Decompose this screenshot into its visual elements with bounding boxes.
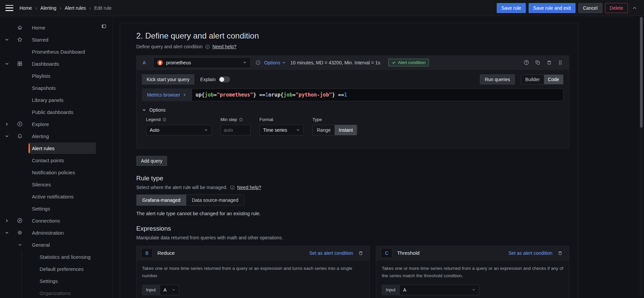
add-query-button[interactable]: Add query: [136, 156, 167, 166]
breadcrumb-alerting[interactable]: Alerting: [40, 5, 56, 11]
page-scrollbar[interactable]: [640, 16, 643, 298]
promql-token-plain: } ==: [253, 92, 265, 98]
promql-token-plain: up{: [196, 92, 205, 98]
legend-option: Legend Auto: [146, 117, 212, 135]
sidebar-item-home[interactable]: Home: [0, 21, 113, 34]
chevron-down-icon: [282, 61, 286, 65]
sidebar-item-label: Default preferences: [21, 263, 113, 275]
chevron-down-icon: [0, 231, 13, 235]
sidebar-item-active-notifications[interactable]: Active notifications: [0, 190, 113, 202]
drag-handle-grip-icon[interactable]: [558, 60, 563, 65]
main-area: 2. Define query and alert condition Defi…: [113, 16, 644, 298]
data-source-managed-option[interactable]: Data source-managed: [186, 195, 244, 205]
sidebar-item-label: Alerting: [32, 133, 49, 139]
sidebar-item-notification-policies[interactable]: Notification policies: [0, 166, 113, 178]
delete-query-trash-icon[interactable]: [546, 60, 552, 65]
sidebar-item-silences[interactable]: Silences: [0, 178, 113, 190]
rule-type-section: Rule type Select where the alert rule wi…: [136, 175, 569, 216]
edit-rule-panel: 2. Define query and alert condition Defi…: [120, 23, 578, 298]
metrics-browser-button[interactable]: Metrics browser: [142, 88, 192, 101]
cancel-button[interactable]: Cancel: [578, 3, 602, 13]
prometheus-icon: [157, 60, 163, 66]
builder-option[interactable]: Builder: [521, 75, 544, 84]
grafana-managed-option[interactable]: Grafana-managed: [137, 195, 186, 205]
reduce-input-select[interactable]: A: [160, 285, 179, 295]
threshold-set-alert-condition-link[interactable]: Set as alert condition: [508, 250, 552, 256]
sidebar-item-contact-points[interactable]: Contact points: [0, 154, 113, 166]
threshold-delete-trash-icon[interactable]: [556, 249, 564, 257]
code-option[interactable]: Code: [544, 75, 563, 84]
sidebar-item-connections[interactable]: Connections: [0, 215, 113, 227]
query-toolbar: Kick start your query Explain Run querie…: [142, 74, 563, 84]
breadcrumb-separator: ›: [35, 5, 37, 11]
breadcrumb-alert-rules[interactable]: Alert rules: [65, 5, 86, 11]
range-option[interactable]: Range: [313, 125, 335, 135]
delete-button[interactable]: Delete: [605, 3, 628, 13]
top-bar: Home›Alerting›Alert rules›Edit rule Save…: [0, 0, 644, 16]
sidebar-item-default-preferences[interactable]: Default preferences: [0, 263, 113, 275]
grid-icon: [13, 61, 26, 67]
reduce-delete-trash-icon[interactable]: [357, 249, 365, 257]
sidebar-item-settings[interactable]: Settings: [0, 202, 113, 215]
legend-select[interactable]: Auto: [146, 125, 212, 135]
expressions-subtitle: Manipulate data returned from queries wi…: [136, 235, 283, 240]
instant-option[interactable]: Instant: [335, 125, 357, 135]
run-queries-button[interactable]: Run queries: [480, 74, 515, 84]
need-help-link[interactable]: Need help?: [212, 44, 237, 49]
collapse-topbar-caret-up-icon[interactable]: [631, 4, 639, 12]
sidebar-item-snapshots[interactable]: Snapshots: [0, 82, 113, 94]
explain-label: Explain: [200, 77, 216, 82]
sidebar-item-library-panels[interactable]: Library panels: [0, 94, 113, 106]
dock-sidebar-icon[interactable]: [100, 22, 108, 31]
query-options-toggle[interactable]: Options: [264, 60, 286, 65]
query-editor-card: A prometheus: [136, 55, 569, 148]
sidebar-item-alerting[interactable]: Alerting: [0, 130, 113, 142]
explain-toggle[interactable]: [219, 76, 230, 82]
kick-start-query-button[interactable]: Kick start your query: [142, 74, 194, 84]
rule-type-need-help-link[interactable]: Need help?: [237, 185, 261, 190]
promql-token-plain: =: [214, 92, 217, 98]
promql-token-plain: up{: [275, 92, 284, 98]
sidebar-item-administration[interactable]: Administration: [0, 227, 113, 239]
sidebar-item-starred[interactable]: Starred: [0, 34, 113, 46]
promql-token-label: job: [284, 92, 293, 98]
sidebar-item-public-dashboards[interactable]: Public dashboards: [0, 106, 113, 118]
query-options-grid: Legend Auto Min step: [142, 117, 563, 135]
gear-icon: [13, 230, 26, 236]
sidebar-item-label: Connections: [32, 218, 60, 224]
sidebar-item-explore[interactable]: Explore: [0, 118, 113, 130]
sidebar-item-label: Starred: [32, 37, 48, 43]
datasource-picker[interactable]: prometheus: [153, 57, 251, 68]
sidebar-item-dashboards[interactable]: Dashboards: [0, 58, 113, 70]
expressions-row: B Reduce Set as alert condition: [136, 246, 569, 298]
min-step-input[interactable]: [220, 125, 251, 135]
save-rule-and-exit-button[interactable]: Save rule and exit: [529, 3, 576, 13]
sidebar-item-prometheus-dashboard[interactable]: Prometheus Dashboard: [0, 46, 113, 58]
sidebar-item-label: General: [32, 242, 50, 248]
options-collapse-header[interactable]: Options: [142, 107, 563, 113]
sidebar-item-general[interactable]: General: [0, 239, 113, 251]
query-header-icons: [524, 60, 563, 65]
reduce-ref-id: B: [141, 248, 153, 258]
info-icon: [239, 118, 243, 122]
sidebar-item-settings[interactable]: Settings: [0, 275, 113, 287]
format-select[interactable]: Time series: [259, 125, 304, 135]
threshold-expression-card: C Threshold Set as alert condition: [376, 246, 569, 298]
promql-expression-input[interactable]: up{job="prometheus"} == 1 or up{job="pyt…: [192, 88, 563, 101]
sidebar-item-organizations[interactable]: Organizations: [0, 287, 113, 298]
threshold-input-select[interactable]: A: [399, 285, 479, 295]
save-rule-button[interactable]: Save rule: [497, 3, 526, 13]
query-ref-id: A: [143, 60, 150, 65]
duplicate-query-icon[interactable]: [535, 60, 541, 65]
sidebar-item-alert-rules[interactable]: Alert rules: [0, 142, 113, 154]
sidebar-item-statistics-and-licensing[interactable]: Statistics and licensing: [0, 251, 113, 263]
sidebar-item-playlists[interactable]: Playlists: [0, 70, 113, 82]
reduce-set-alert-condition-link[interactable]: Set as alert condition: [309, 250, 353, 256]
query-help-icon[interactable]: [524, 60, 529, 65]
page-scrollbar-thumb[interactable]: [640, 17, 643, 128]
breadcrumb-home[interactable]: Home: [19, 5, 32, 11]
promql-token-plain: } ==: [332, 92, 344, 98]
sidebar-item-label: Explore: [32, 121, 49, 127]
datasource-name: prometheus: [166, 60, 191, 65]
hamburger-menu-icon[interactable]: [5, 5, 13, 11]
